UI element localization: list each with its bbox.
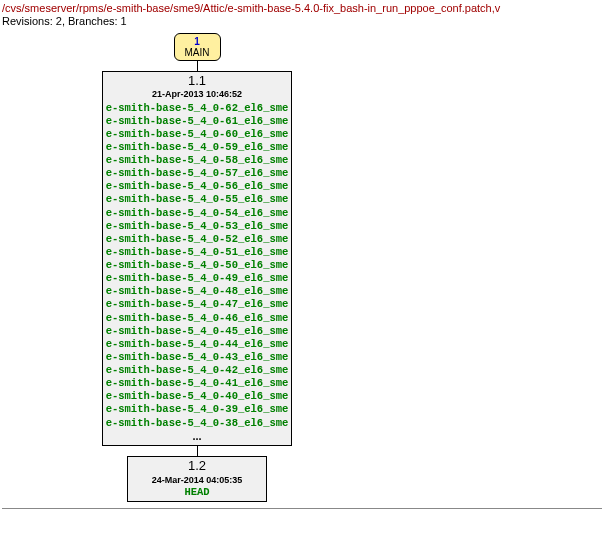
revision-version: 1.1 <box>106 73 289 89</box>
tag: e-smith-base-5_4_0-52_el6_sme <box>106 233 289 246</box>
more-indicator: ... <box>106 430 289 444</box>
revisions-summary: Revisions: 2, Branches: 1 <box>2 15 602 27</box>
revision-date: 21-Apr-2013 10:46:52 <box>106 89 289 100</box>
tag: e-smith-base-5_4_0-50_el6_sme <box>106 259 289 272</box>
branch-label: MAIN <box>185 47 210 58</box>
tag: e-smith-base-5_4_0-58_el6_sme <box>106 154 289 167</box>
tag: e-smith-base-5_4_0-61_el6_sme <box>106 115 289 128</box>
tag-list: e-smith-base-5_4_0-62_el6_smee-smith-bas… <box>106 102 289 430</box>
tag: e-smith-base-5_4_0-46_el6_sme <box>106 312 289 325</box>
revision-version: 1.2 <box>152 458 243 474</box>
head-tag: HEAD <box>152 486 243 499</box>
tag: e-smith-base-5_4_0-54_el6_sme <box>106 207 289 220</box>
tag: e-smith-base-5_4_0-44_el6_sme <box>106 338 289 351</box>
tag: e-smith-base-5_4_0-62_el6_sme <box>106 102 289 115</box>
connector <box>197 61 198 71</box>
tag: e-smith-base-5_4_0-45_el6_sme <box>106 325 289 338</box>
tag: e-smith-base-5_4_0-56_el6_sme <box>106 180 289 193</box>
tag: e-smith-base-5_4_0-59_el6_sme <box>106 141 289 154</box>
divider <box>2 508 602 509</box>
tag: e-smith-base-5_4_0-57_el6_sme <box>106 167 289 180</box>
tag: e-smith-base-5_4_0-60_el6_sme <box>106 128 289 141</box>
connector <box>197 446 198 456</box>
tag: e-smith-base-5_4_0-48_el6_sme <box>106 285 289 298</box>
tag: e-smith-base-5_4_0-53_el6_sme <box>106 220 289 233</box>
revision-node-1_1[interactable]: 1.1 21-Apr-2013 10:46:52 e-smith-base-5_… <box>102 71 293 446</box>
revision-date: 24-Mar-2014 04:05:35 <box>152 475 243 486</box>
tag: e-smith-base-5_4_0-49_el6_sme <box>106 272 289 285</box>
repo-path: /cvs/smeserver/rpms/e-smith-base/sme9/At… <box>2 2 602 14</box>
tag: e-smith-base-5_4_0-40_el6_sme <box>106 390 289 403</box>
tag: e-smith-base-5_4_0-43_el6_sme <box>106 351 289 364</box>
tag: e-smith-base-5_4_0-38_el6_sme <box>106 417 289 430</box>
branch-number: 1 <box>185 36 210 47</box>
tag: e-smith-base-5_4_0-41_el6_sme <box>106 377 289 390</box>
tag: e-smith-base-5_4_0-39_el6_sme <box>106 403 289 416</box>
tag: e-smith-base-5_4_0-47_el6_sme <box>106 298 289 311</box>
revision-graph: 1 MAIN 1.1 21-Apr-2013 10:46:52 e-smith-… <box>52 33 342 502</box>
tag: e-smith-base-5_4_0-42_el6_sme <box>106 364 289 377</box>
tag: e-smith-base-5_4_0-55_el6_sme <box>106 193 289 206</box>
tag: e-smith-base-5_4_0-51_el6_sme <box>106 246 289 259</box>
revision-node-1_2[interactable]: 1.2 24-Mar-2014 04:05:35 HEAD <box>127 456 268 502</box>
branch-node-main[interactable]: 1 MAIN <box>174 33 221 61</box>
